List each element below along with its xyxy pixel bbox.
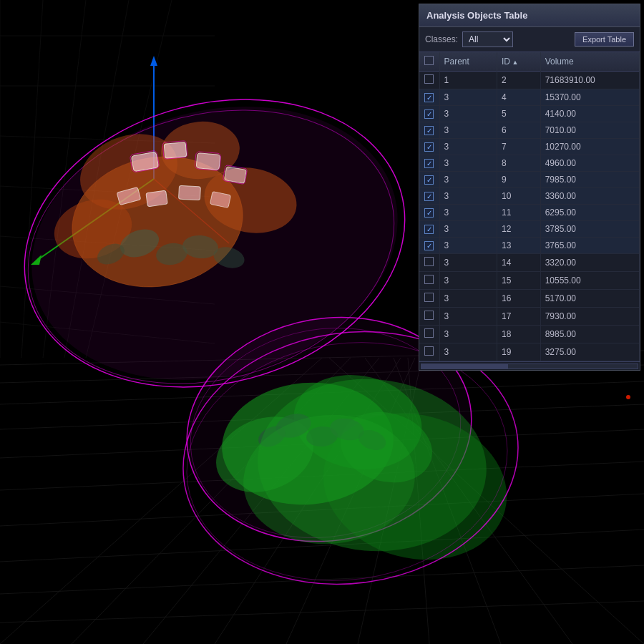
row-checkbox[interactable]: [424, 346, 434, 356]
scroll-track[interactable]: [421, 364, 638, 369]
row-volume: 3765.00: [540, 238, 639, 254]
row-checkbox-cell: [419, 326, 439, 343]
svg-line-3: [143, 358, 379, 644]
row-parent: 3: [439, 122, 497, 139]
svg-line-17: [0, 404, 644, 429]
svg-line-11: [0, 601, 644, 623]
row-checkbox[interactable]: [424, 328, 434, 338]
svg-point-76: [238, 408, 421, 551]
table-row: ✓367010.00: [419, 122, 640, 139]
row-checkbox[interactable]: ✓: [424, 208, 434, 218]
table-row: 31510555.00: [419, 272, 640, 290]
svg-line-30: [0, 236, 215, 250]
svg-line-25: [86, 0, 172, 358]
svg-line-14: [0, 494, 644, 526]
svg-point-74: [250, 370, 494, 561]
svg-point-57: [94, 240, 127, 268]
svg-line-4: [215, 358, 401, 644]
svg-point-45: [48, 191, 139, 267]
row-checkbox[interactable]: ✓: [424, 225, 434, 234]
svg-line-1: [0, 358, 322, 644]
svg-marker-36: [31, 255, 42, 265]
header-id[interactable]: ID: [497, 52, 541, 72]
svg-point-43: [159, 118, 243, 182]
scroll-thumb[interactable]: [421, 364, 508, 369]
svg-line-9: [365, 358, 572, 644]
row-checkbox[interactable]: ✓: [424, 159, 434, 168]
row-id: 12: [497, 221, 541, 238]
row-checkbox-cell: [419, 272, 439, 290]
panel-toolbar: Classes: All Class 1 Class 2 Export Tabl…: [419, 27, 640, 52]
row-checkbox[interactable]: [424, 275, 434, 284]
row-parent: 3: [439, 106, 497, 122]
svg-point-55: [155, 240, 190, 267]
svg-point-38: [0, 59, 437, 428]
row-volume: 7985.00: [540, 172, 639, 188]
svg-rect-50: [117, 187, 141, 205]
table-row: ✓397985.00: [419, 172, 640, 188]
row-id: 7: [497, 139, 541, 155]
svg-line-12: [0, 565, 644, 594]
row-checkbox[interactable]: ✓: [424, 175, 434, 185]
export-button[interactable]: Export Table: [575, 32, 634, 47]
row-checkbox[interactable]: ✓: [424, 192, 434, 201]
row-checkbox[interactable]: ✓: [424, 109, 434, 119]
row-checkbox[interactable]: ✓: [424, 241, 434, 250]
row-parent: 3: [439, 326, 497, 343]
row-checkbox-cell: ✓: [419, 155, 439, 172]
row-parent: 3: [439, 155, 497, 172]
row-id: 18: [497, 326, 541, 343]
svg-point-70: [306, 425, 338, 448]
row-checkbox[interactable]: [424, 293, 434, 302]
svg-rect-59: [130, 150, 160, 172]
select-all-checkbox[interactable]: [424, 56, 434, 65]
row-volume: 6295.00: [540, 205, 639, 221]
horizontal-scrollbar[interactable]: [419, 361, 640, 370]
row-id: 6: [497, 122, 541, 139]
svg-line-6: [358, 358, 422, 644]
header-parent[interactable]: Parent: [439, 52, 497, 72]
row-checkbox-cell: ✓: [419, 139, 439, 155]
row-parent: 3: [439, 308, 497, 326]
row-volume: 10555.00: [540, 272, 639, 290]
svg-point-68: [333, 402, 440, 492]
row-checkbox[interactable]: ✓: [424, 142, 434, 152]
table-body: 1271683910.00✓3415370.00✓354140.00✓36701…: [419, 72, 640, 361]
svg-point-65: [217, 376, 399, 512]
panel-title-text: Analysis Objects Table: [426, 10, 527, 21]
header-volume[interactable]: Volume: [540, 52, 639, 72]
svg-line-15: [0, 462, 644, 490]
table-row: 3193275.00: [419, 343, 640, 361]
row-checkbox-cell: [419, 343, 439, 361]
row-parent: 3: [439, 205, 497, 221]
svg-rect-53: [210, 191, 230, 208]
row-checkbox[interactable]: [424, 74, 434, 84]
svg-rect-51: [146, 190, 167, 207]
row-volume: 4140.00: [540, 106, 639, 122]
row-id: 15: [497, 272, 541, 290]
row-id: 8: [497, 155, 541, 172]
classes-dropdown[interactable]: All Class 1 Class 2: [462, 31, 513, 47]
table-header-row: Parent ID Volume: [419, 52, 640, 72]
row-volume: 4960.00: [540, 155, 639, 172]
row-checkbox[interactable]: [424, 311, 434, 320]
table-row: ✓354140.00: [419, 106, 640, 122]
svg-point-71: [328, 416, 366, 443]
row-parent: 3: [439, 188, 497, 205]
row-checkbox[interactable]: [424, 257, 434, 266]
row-checkbox[interactable]: ✓: [424, 93, 434, 102]
row-volume: 3275.00: [540, 343, 639, 361]
row-id: 4: [497, 89, 541, 106]
table-row: ✓3123785.00: [419, 221, 640, 238]
svg-line-28: [0, 136, 215, 143]
header-checkbox[interactable]: [419, 52, 439, 72]
row-id: 16: [497, 290, 541, 308]
table-row: 3165170.00: [419, 290, 640, 308]
row-checkbox[interactable]: ✓: [424, 126, 434, 135]
data-table-container[interactable]: Parent ID Volume 1271683910.00✓3415370.0…: [419, 52, 640, 361]
row-id: 14: [497, 254, 541, 272]
svg-line-31: [0, 286, 215, 304]
svg-line-24: [64, 0, 129, 358]
row-volume: 3320.00: [540, 254, 639, 272]
row-volume: 7010.00: [540, 122, 639, 139]
